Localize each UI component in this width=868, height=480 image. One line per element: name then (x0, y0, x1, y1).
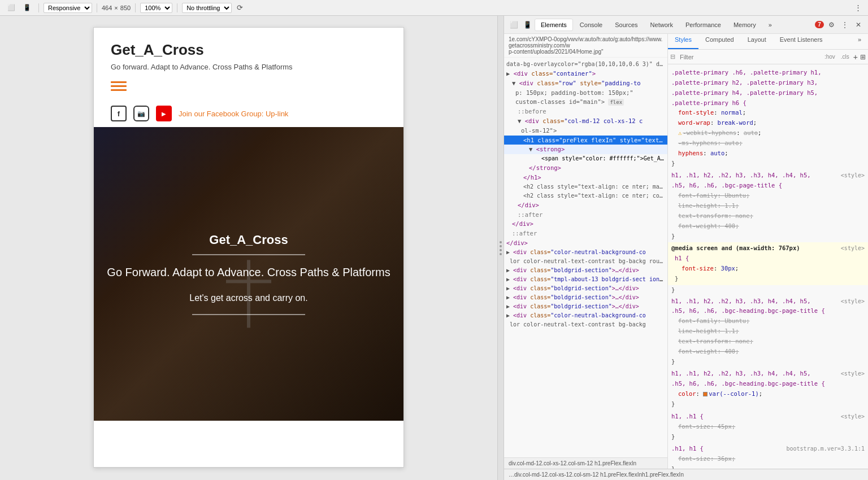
dom-line[interactable]: </div> (504, 219, 667, 229)
style-selector[interactable]: .h1, h1 { bootstrap.m.ver=3.3.1:1 (668, 444, 868, 454)
tab-console[interactable]: Console (574, 19, 608, 30)
styles-tabs: Styles Computed Layout Event Listeners » (668, 34, 868, 50)
dom-line[interactable]: <h2 class style="text-align: ce nter; ma… (504, 182, 667, 191)
tab-more[interactable]: » (763, 19, 778, 30)
style-prop: word-wrap: break-word; (668, 118, 868, 128)
style-selector[interactable]: .palette-primary .h6, .palette-primary h… (668, 68, 868, 78)
dom-line[interactable]: ::after (504, 229, 667, 238)
resize-dots (500, 241, 502, 255)
hero-content: Get_A_Cross Go Forward. Adapt to Advance… (107, 233, 390, 315)
hero-divider-2 (192, 314, 305, 315)
styles-content[interactable]: .palette-primary .h6, .palette-primary h… (668, 64, 868, 469)
tab-expand[interactable]: » (851, 34, 868, 49)
cls-badge[interactable]: .cls (839, 54, 851, 60)
style-selector-cont3[interactable]: .palette-primary h6 { (668, 98, 868, 108)
dom-line[interactable]: </div> (504, 200, 667, 210)
hamburger-menu[interactable] (111, 81, 127, 91)
style-selector-h1[interactable]: h1 { (668, 254, 868, 264)
style-selector-cont[interactable]: .h5, h6, .h6, .bgc-page-title { (668, 181, 868, 191)
toolbar-sep-4 (177, 3, 177, 12)
dom-line[interactable]: </strong> (504, 163, 667, 173)
tab-computed[interactable]: Computed (698, 34, 741, 49)
style-selector-cont[interactable]: .h5, h6, .h6, .bgc-heading.bgc-page-titl… (668, 379, 868, 389)
expand-style-btn[interactable]: ⊞ (860, 53, 866, 61)
dom-line[interactable]: ▶ <div class="boldgrid-section">…</div> (504, 284, 667, 293)
status-breadcrumb-path: div.col-md-12.col-xs-12.col-sm-12 h1.pre… (514, 472, 642, 478)
zoom-select[interactable]: 100% (140, 3, 172, 13)
dom-line[interactable]: ▶ <div class="boldgrid-section">…</div> (504, 266, 667, 275)
dom-line[interactable]: data-bg-overlaycolor="rgba(10,10,10,0.6 … (504, 60, 667, 69)
settings-btn[interactable]: ⚙ (825, 19, 837, 31)
tab-memory[interactable]: Memory (728, 19, 762, 30)
inspect-toggle-btn[interactable]: ⬜ (5, 3, 18, 12)
facebook-icon[interactable]: f (111, 106, 127, 121)
dom-line[interactable]: </div> (504, 238, 667, 248)
more-options-btn[interactable]: ⋮ (852, 2, 863, 14)
resize-handle[interactable] (497, 16, 504, 480)
add-style-btn[interactable]: + (853, 53, 858, 62)
main-layout: Get_A_Cross Go forward. Adapt to Advance… (0, 16, 868, 480)
style-selector-cont[interactable]: .h5, h6, .h6, .bgc-heading.bgc-page-titl… (668, 306, 868, 316)
dom-line[interactable]: <span style="color: #ffffff;">Get_A_Cros… (504, 154, 667, 163)
tab-event-listeners[interactable]: Event Listeners (773, 34, 830, 49)
devtools-content: 1e.com/cYXMPO-0opg/vwv/w:auto/h:auto/g:a… (504, 34, 868, 469)
dom-line-selected[interactable]: <h1 class="preFlex flexIn" style="text-a… (504, 136, 667, 145)
dom-line[interactable]: <h2 class style="text-align: ce nter; co… (504, 191, 667, 200)
tab-styles[interactable]: Styles (668, 34, 698, 49)
dom-line[interactable]: ▶ <div class="tmpl-about-13 boldgrid-sec… (504, 275, 667, 284)
more-menu-btn[interactable]: ⋮ (839, 19, 851, 31)
tab-performance[interactable]: Performance (680, 19, 727, 30)
responsive-select[interactable]: Responsive (44, 3, 92, 13)
inspect-element-btn[interactable]: ⬜ (507, 19, 520, 31)
hero-divider-1 (192, 254, 305, 255)
style-selector-cont2[interactable]: .palette-primary h4, .palette-primary h5… (668, 88, 868, 98)
hamburger-line-3 (111, 89, 127, 91)
tab-elements[interactable]: Elements (535, 19, 573, 31)
tab-sources[interactable]: Sources (609, 19, 643, 30)
toolbar-sep-1 (38, 3, 39, 12)
dom-line[interactable]: ▼ <strong> (504, 145, 667, 154)
site-tagline: Go forward. Adapt to Advance. Cross Path… (111, 62, 387, 72)
device-mode-btn[interactable]: 📱 (521, 19, 533, 31)
style-prop: text-transform: none; (668, 337, 868, 347)
dom-line[interactable]: ::after (504, 210, 667, 220)
facebook-group-link[interactable]: Join our Facebook Group: Up-link (179, 110, 288, 118)
dom-line[interactable]: ▼ <div class="row" style="padding-to (504, 78, 667, 88)
dom-line[interactable]: ▶ <div class="color-neutral-background-c… (504, 248, 667, 257)
style-brace: } (668, 159, 868, 169)
tab-network[interactable]: Network (645, 19, 679, 30)
toolbar-sep-3 (135, 3, 136, 12)
dom-line[interactable]: </h1> (504, 173, 667, 182)
device-toggle-btn[interactable]: 📱 (20, 3, 34, 12)
styles-filter-input[interactable] (678, 53, 821, 61)
hov-badge[interactable]: :hov (823, 54, 837, 60)
preview-inner[interactable]: Get_A_Cross Go forward. Adapt to Advance… (0, 16, 497, 480)
dom-line[interactable]: ▼ <div class="col-md-12 col-xs-12 c (504, 116, 667, 126)
style-brace: } (668, 432, 868, 442)
style-selector[interactable]: h1, .h1, h2, .h2, h3, .h3, h4, .h4, h5, … (668, 369, 868, 379)
style-selector-media[interactable]: @media screen and (max-width: 767px) <st… (668, 243, 868, 254)
status-bar: … div.col-md-12.col-xs-12.col-sm-12 h1.p… (504, 469, 868, 480)
close-devtools-btn[interactable]: ✕ (852, 19, 865, 31)
tab-layout[interactable]: Layout (741, 34, 773, 49)
throttling-select[interactable]: No throttling (182, 3, 232, 13)
dom-content[interactable]: data-bg-overlaycolor="rgba(10,10,10,0.6 … (504, 58, 667, 457)
instagram-icon[interactable]: 📷 (133, 106, 149, 121)
hero-text3: Let's get across and carry on. (107, 291, 390, 305)
style-rule-3: h1, .h1, h2, .h2, h3, .h3, h4, .h4, h5, … (668, 295, 868, 368)
dom-line[interactable]: ::before (504, 107, 667, 116)
site-logo: Get_A_Cross (111, 41, 387, 59)
style-selector[interactable]: h1, .h1, h2, .h2, h3, .h3, h4, .h4, h5, … (668, 296, 868, 307)
style-selector[interactable]: h1, .h1 { <style> (668, 412, 868, 422)
rotate-icon[interactable]: ⟳ (234, 2, 245, 14)
style-selector-cont[interactable]: .palette-primary h2, .palette-primary h3… (668, 78, 868, 88)
style-selector[interactable]: h1, .h1, h2, .h2, h3, .h3, h4, .h4, h5, … (668, 171, 868, 181)
dom-line[interactable]: ▶ <div class="boldgrid-section">…</div> (504, 302, 667, 311)
youtube-icon[interactable]: ▶ (156, 106, 172, 121)
style-prop: font-size: 45px; (668, 422, 868, 432)
hero-subtitle: Go Forward. Adapt to Advance. Cross Path… (107, 264, 390, 280)
dom-line[interactable]: ▶ <div class="color-neutral-background-c… (504, 311, 667, 320)
status-breadcrumb: … (509, 472, 514, 478)
dom-line[interactable]: ▶ <div class="boldgrid-section">…</div> (504, 293, 667, 302)
dom-line[interactable]: ▶ <div class="container"> (504, 69, 667, 78)
